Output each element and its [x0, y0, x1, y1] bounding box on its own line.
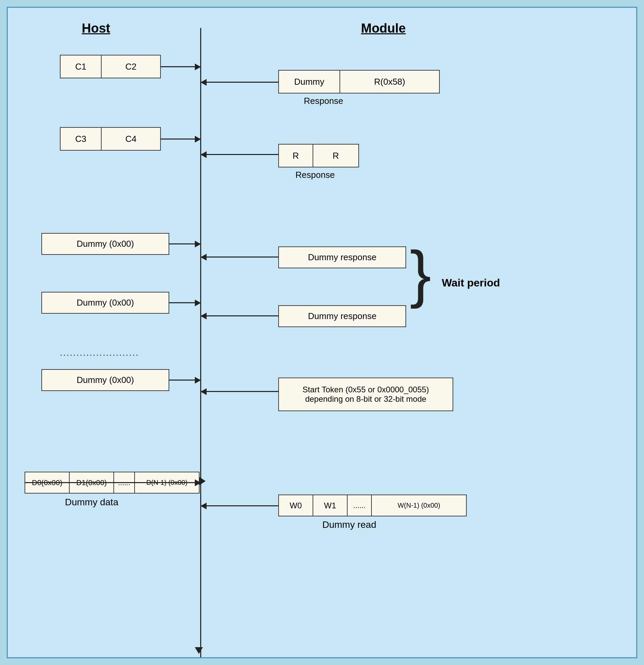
- module-dummy-resp-1: Dummy response: [278, 246, 406, 268]
- wait-period-brace: }: [410, 241, 431, 305]
- timeline: [200, 28, 201, 657]
- module-box-dummy-r58: Dummy R(0x58): [278, 70, 440, 93]
- module-dummy-resp-2: Dummy response: [278, 305, 406, 327]
- wait-period-label: Wait period: [442, 277, 500, 289]
- cell-w1: W1: [313, 495, 347, 516]
- cell-r1: R: [279, 145, 313, 167]
- data-line: [24, 482, 201, 483]
- host-dummy-1: Dummy (0x00): [41, 233, 169, 255]
- response-label-1: Response: [304, 96, 343, 106]
- cell-c3: C3: [60, 128, 101, 150]
- cell-w0: W0: [279, 495, 313, 516]
- module-header: Module: [361, 21, 406, 36]
- arrow-left-dummy-resp2: [201, 315, 278, 316]
- module-start-token: Start Token (0x55 or 0x0000_0055) depend…: [278, 378, 453, 411]
- cell-c1: C1: [60, 55, 101, 78]
- host-header: Host: [82, 21, 110, 36]
- arrow-right-row2: [161, 138, 201, 139]
- diagram-border: Host Module C1 C2 Dummy R(0x58) Response…: [7, 7, 637, 658]
- dummy-read-label: Dummy read: [322, 519, 376, 530]
- arrow-left-row2: [201, 154, 278, 155]
- arrow-right-row1: [161, 66, 201, 67]
- cell-dots-w: ......: [348, 495, 371, 516]
- response-label-2: Response: [295, 170, 335, 180]
- host-dummy-3: Dummy (0x00): [41, 369, 169, 391]
- data-arrow-head: [200, 477, 206, 485]
- cell-c2: C2: [102, 55, 160, 78]
- arrow-right-dummy2: [169, 302, 201, 303]
- host-box-c3c4: C3 C4: [60, 127, 161, 151]
- arrow-left-row1: [201, 82, 278, 83]
- module-data-box: W0 W1 ...... W(N-1) (0x00): [278, 495, 467, 516]
- arrow-right-dummy1: [169, 243, 201, 244]
- arrow-left-module-data: [201, 505, 278, 506]
- cell-r58: R(0x58): [340, 71, 439, 93]
- arrow-left-start-token: [201, 391, 278, 392]
- host-box-c1c2: C1 C2: [60, 55, 161, 78]
- module-box-rr: R R: [278, 144, 359, 167]
- arrow-right-dummy3: [169, 380, 201, 381]
- start-token-line2: depending on 8-bit or 32-bit mode: [305, 394, 426, 404]
- dummy-data-label: Dummy data: [65, 497, 118, 508]
- cell-r2: R: [313, 145, 358, 167]
- start-token-line1: Start Token (0x55 or 0x0000_0055): [302, 385, 429, 394]
- timeline-arrow: [195, 647, 203, 654]
- arrow-left-dummy-resp1: [201, 256, 278, 258]
- cell-wn: W(N-1) (0x00): [372, 495, 466, 516]
- diagram-container: Host Module C1 C2 Dummy R(0x58) Response…: [8, 8, 636, 657]
- host-dummy-2: Dummy (0x00): [41, 292, 169, 314]
- cell-dummy-r1: Dummy: [279, 71, 339, 93]
- dots: ........................: [60, 347, 139, 358]
- cell-c4: C4: [102, 128, 160, 150]
